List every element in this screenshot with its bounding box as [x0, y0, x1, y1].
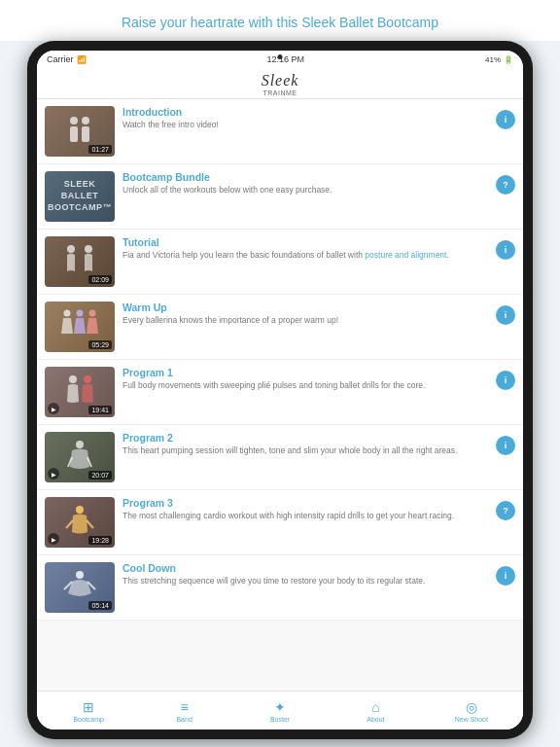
item-desc-prog3: The most challenging cardio workout with… [122, 511, 488, 521]
item-info-intro: Introduction Watch the free intro video! [122, 106, 488, 130]
app-logo-text: Sleek [262, 72, 299, 89]
svg-point-6 [64, 310, 71, 317]
status-time: 12:16 PM [266, 54, 304, 64]
svg-point-10 [84, 375, 91, 383]
item-desc-prog2: This heart pumping session will tighten,… [122, 445, 488, 456]
duration-intro: 01:27 [88, 145, 112, 154]
svg-line-15 [66, 520, 73, 528]
tab-about[interactable]: ⌂ About [328, 699, 423, 723]
svg-point-7 [77, 310, 84, 317]
svg-point-8 [89, 310, 96, 317]
item-info-prog1: Program 1 Full body movements with sweep… [122, 367, 488, 391]
svg-rect-3 [82, 126, 89, 142]
list-item[interactable]: 02:09 Tutorial Fia and Victoria help you… [37, 230, 523, 295]
svg-point-4 [67, 245, 75, 253]
list-item[interactable]: ▶ 20:07 Program 2 This heart pumping ses… [37, 425, 523, 490]
tab-about-label: About [367, 716, 384, 723]
item-badge-intro[interactable]: i [496, 110, 515, 129]
svg-line-16 [87, 520, 93, 528]
duration-cooldown: 05:14 [88, 601, 112, 610]
content-list[interactable]: 01:27 Introduction Watch the free intro … [37, 99, 523, 691]
status-right: 41% 🔋 [485, 55, 513, 64]
tab-bootcamp-label: Bootcamp [73, 716, 104, 723]
status-bar: Carrier 📶 12:16 PM 41% 🔋 [37, 51, 523, 68]
item-desc-intro: Watch the free intro video! [122, 120, 488, 130]
duration-prog2: 20:07 [88, 471, 112, 480]
status-left: Carrier 📶 [47, 54, 87, 64]
item-info-prog2: Program 2 This heart pumping session wil… [122, 432, 488, 456]
item-info-bundle: Bootcamp Bundle Unlock all of the workou… [122, 171, 488, 196]
duration-prog1: 19:41 [88, 406, 112, 414]
thumb-bundle: SLEEKBALLETBOOTCAMP™ [45, 171, 115, 222]
thumb-prog3: ▶ 19:28 [45, 497, 115, 548]
list-item[interactable]: 05:14 Cool Down This stretching sequence… [37, 555, 523, 621]
bootcamp-icon: ⊞ [83, 699, 94, 715]
thumb-prog1: ▶ 19:41 [45, 367, 115, 417]
tab-new-shoot[interactable]: ◎ New Shoot [424, 699, 519, 723]
duration-tutorial: 02:09 [88, 275, 112, 284]
thumb-intro: 01:27 [45, 106, 115, 157]
list-item[interactable]: ▶ 19:28 Program 3 The most challenging c… [37, 490, 523, 555]
item-desc-tutorial: Fia and Victoria help you learn the basi… [122, 250, 488, 261]
tab-band[interactable]: ≡ Band [136, 699, 231, 723]
battery-text: 41% [485, 55, 501, 64]
wifi-icon: 📶 [77, 55, 87, 64]
item-badge-prog1[interactable]: i [496, 371, 515, 390]
carrier-text: Carrier [47, 54, 74, 64]
item-badge-bundle[interactable]: ? [496, 175, 515, 195]
item-title-prog2: Program 2 [122, 432, 488, 444]
svg-point-17 [76, 571, 84, 579]
list-item[interactable]: ▶ 19:41 Program 1 Full body movements wi… [37, 360, 523, 425]
list-item[interactable]: 05:29 Warm Up Every ballerina knows the … [37, 295, 523, 360]
highlight-text: posture and alignment [365, 250, 446, 260]
svg-point-14 [76, 506, 84, 514]
tab-buster-label: Buster [270, 716, 290, 723]
tab-buster[interactable]: ✦ Buster [232, 699, 328, 723]
thumb-cooldown: 05:14 [45, 562, 115, 613]
battery-icon: 🔋 [504, 55, 513, 64]
about-icon: ⌂ [371, 699, 379, 715]
tab-band-label: Band [176, 716, 192, 723]
item-badge-tutorial[interactable]: i [496, 240, 515, 260]
tab-new-shoot-label: New Shoot [455, 716, 488, 723]
camera-dot [278, 54, 283, 59]
item-badge-prog3[interactable]: ? [496, 501, 515, 520]
svg-point-0 [70, 117, 78, 124]
thumb-warmup: 05:29 [45, 302, 115, 352]
nav-bar: Sleek TRAINME [37, 68, 523, 99]
item-badge-warmup[interactable]: i [496, 305, 515, 325]
item-badge-cooldown[interactable]: i [496, 566, 515, 586]
list-item[interactable]: SLEEKBALLETBOOTCAMP™ Bootcamp Bundle Unl… [37, 164, 523, 230]
duration-warmup: 05:29 [88, 340, 112, 349]
svg-rect-1 [70, 126, 78, 142]
item-title-tutorial: Tutorial [122, 236, 488, 248]
item-info-cooldown: Cool Down This stretching sequence will … [122, 562, 488, 587]
item-title-bundle: Bootcamp Bundle [122, 171, 488, 183]
band-icon: ≡ [181, 699, 189, 715]
item-desc-bundle: Unlock all of the workouts below with on… [122, 185, 488, 196]
tablet-frame: Carrier 📶 12:16 PM 41% 🔋 Sleek TRAINME [27, 41, 533, 739]
buster-icon: ✦ [274, 699, 286, 715]
list-item[interactable]: 01:27 Introduction Watch the free intro … [37, 99, 523, 164]
item-title-prog3: Program 3 [122, 497, 488, 509]
thumb-prog2: ▶ 20:07 [45, 432, 115, 482]
item-desc-prog1: Full body movements with sweeping plié p… [122, 380, 488, 391]
item-info-tutorial: Tutorial Fia and Victoria help you learn… [122, 236, 488, 261]
svg-point-11 [76, 441, 84, 448]
item-info-prog3: Program 3 The most challenging cardio wo… [122, 497, 488, 521]
item-info-warmup: Warm Up Every ballerina knows the import… [122, 302, 488, 326]
item-desc-warmup: Every ballerina knows the importance of … [122, 315, 488, 326]
item-badge-prog2[interactable]: i [496, 436, 515, 455]
svg-point-9 [69, 375, 77, 383]
tab-bar: ⊞ Bootcamp ≡ Band ✦ Buster ⌂ About ◎ New… [37, 691, 523, 729]
app-logo-sub: TRAINME [262, 89, 299, 96]
new-shoot-icon: ◎ [466, 699, 477, 715]
item-title-intro: Introduction [122, 106, 488, 118]
item-title-prog1: Program 1 [122, 367, 488, 378]
thumb-tutorial: 02:09 [45, 236, 115, 287]
tab-bootcamp[interactable]: ⊞ Bootcamp [41, 699, 136, 723]
page-header: Raise your heartrate with this Sleek Bal… [0, 0, 560, 41]
tablet-screen: Carrier 📶 12:16 PM 41% 🔋 Sleek TRAINME [37, 51, 523, 729]
duration-prog3: 19:28 [88, 536, 112, 545]
item-title-warmup: Warm Up [122, 302, 488, 313]
